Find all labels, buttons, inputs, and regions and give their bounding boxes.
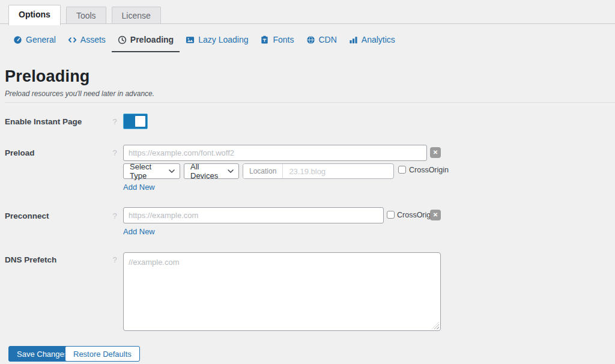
preload-device-select[interactable]: All Devices xyxy=(184,163,239,179)
preload-type-select-value: Select Type xyxy=(130,162,164,180)
settings-page: Options Tools License General Assets Pre… xyxy=(0,0,615,364)
subnav-item-preloading[interactable]: Preloading xyxy=(112,35,180,52)
top-tab-bar: Options Tools License xyxy=(0,0,615,24)
clock-icon xyxy=(118,35,127,44)
chevron-down-icon xyxy=(228,169,234,173)
preload-crossorigin-label[interactable]: CrossOrigin xyxy=(409,166,449,174)
preload-help-icon[interactable]: ? xyxy=(110,148,120,157)
restore-defaults-button[interactable]: Restore Defaults xyxy=(65,346,140,362)
subnav-item-analytics[interactable]: Analytics xyxy=(349,35,395,51)
tab-options[interactable]: Options xyxy=(8,5,61,25)
page-subtitle: Preload resources you'll need later in a… xyxy=(5,89,154,98)
location-placeholder-text: 23.19.blog xyxy=(283,167,326,176)
subnav-item-lazy-loading[interactable]: Lazy Loading xyxy=(186,35,248,51)
preload-type-select[interactable]: Select Type xyxy=(123,163,180,179)
subnav-label: Lazy Loading xyxy=(198,35,248,44)
subnav-label: Fonts xyxy=(273,35,294,44)
preload-crossorigin-checkbox[interactable] xyxy=(398,166,406,174)
subnav-label: Analytics xyxy=(362,35,395,44)
preload-location-field[interactable]: Location 23.19.blog xyxy=(243,163,394,179)
tab-license[interactable]: License xyxy=(112,7,161,23)
preconnect-url-input[interactable] xyxy=(123,207,384,223)
subnav-item-cdn[interactable]: CDN xyxy=(306,35,337,51)
subnav-item-general[interactable]: General xyxy=(13,35,56,51)
header-divider xyxy=(5,102,615,103)
bar-chart-icon xyxy=(349,35,358,44)
preconnect-label: Preconnect xyxy=(5,211,49,220)
preload-add-new-link[interactable]: Add New xyxy=(123,183,155,192)
subnav-item-assets[interactable]: Assets xyxy=(68,35,106,51)
instant-page-help-icon[interactable]: ? xyxy=(110,117,120,126)
instant-page-toggle[interactable] xyxy=(123,114,148,129)
subnav-label: Preloading xyxy=(130,35,174,44)
page-title: Preloading xyxy=(5,67,154,86)
preload-url-input[interactable] xyxy=(123,145,427,161)
preload-device-select-value: All Devices xyxy=(190,162,223,180)
dns-prefetch-help-icon[interactable]: ? xyxy=(110,255,120,264)
preconnect-add-new-link[interactable]: Add New xyxy=(123,227,155,236)
subnav-label: Assets xyxy=(80,35,106,44)
subnav-label: CDN xyxy=(319,35,337,44)
chevron-down-icon xyxy=(169,169,175,173)
instant-page-label: Enable Instant Page xyxy=(5,117,82,126)
tab-tools[interactable]: Tools xyxy=(66,7,106,23)
preconnect-help-icon[interactable]: ? xyxy=(110,211,120,220)
globe-icon xyxy=(306,35,315,44)
preconnect-remove-button[interactable]: ✕ xyxy=(430,210,441,220)
preload-remove-button[interactable]: ✕ xyxy=(430,147,441,158)
toggle-knob xyxy=(135,116,145,127)
location-prefix-label: Location xyxy=(243,164,283,178)
image-icon xyxy=(186,35,195,44)
options-subnav: General Assets Preloading Lazy Loading F… xyxy=(13,35,395,52)
subnav-label: General xyxy=(26,35,56,44)
clipboard-icon xyxy=(260,35,269,44)
page-header: Preloading Preload resources you'll need… xyxy=(5,67,154,98)
code-icon xyxy=(68,35,77,44)
preload-label: Preload xyxy=(5,148,35,157)
preconnect-crossorigin-checkbox[interactable] xyxy=(387,211,395,219)
gauge-icon xyxy=(13,35,22,44)
subnav-item-fonts[interactable]: Fonts xyxy=(260,35,294,51)
dns-prefetch-label: DNS Prefetch xyxy=(5,255,56,264)
dns-prefetch-textarea[interactable] xyxy=(123,252,441,331)
